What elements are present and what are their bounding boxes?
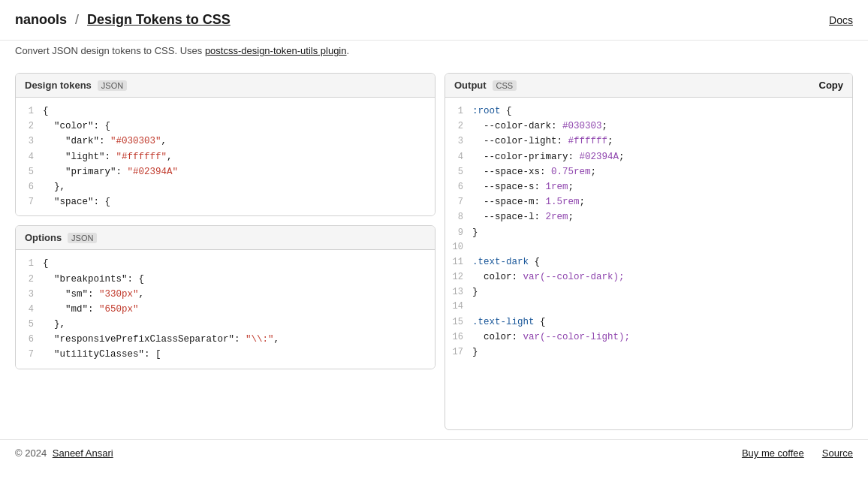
- table-row: 1{: [16, 256, 435, 271]
- table-row: 16 color: var(--color-light);: [445, 330, 852, 345]
- table-row: 11.text-dark {: [445, 255, 852, 270]
- table-row: 5 },: [16, 317, 435, 332]
- table-row: 15.text-light {: [445, 315, 852, 330]
- table-row: 17}: [445, 345, 852, 360]
- output-badge: CSS: [493, 80, 517, 91]
- design-tokens-header: Design tokens JSON: [16, 74, 435, 98]
- options-header: Options JSON: [16, 226, 435, 250]
- output-panel-box: Output CSS Copy 1:root {2 --color-dark: …: [445, 73, 853, 430]
- source-link[interactable]: Source: [822, 447, 853, 459]
- breadcrumb: nanools / Design Tokens to CSS: [15, 12, 231, 28]
- table-row: 7 "space": {: [16, 194, 435, 209]
- table-row: 8 --space-l: 2rem;: [445, 209, 852, 224]
- table-row: 14: [445, 300, 852, 314]
- table-row: 7 "utilityClasses": [: [16, 347, 435, 362]
- table-row: 6 },: [16, 179, 435, 194]
- author-link[interactable]: Saneef Ansari: [53, 447, 113, 459]
- options-editor[interactable]: 1{2 "breakpoints": {3 "sm": "330px",4 "m…: [16, 250, 435, 368]
- options-title: Options: [25, 232, 62, 243]
- design-tokens-panel: Design tokens JSON 1{2 "color": {3 "dark…: [15, 73, 436, 216]
- output-panel: Output CSS Copy 1:root {2 --color-dark: …: [445, 73, 853, 430]
- table-row: 3 "dark": "#030303",: [16, 134, 435, 149]
- footer-links: Buy me coffee Source: [742, 447, 853, 459]
- docs-link[interactable]: Docs: [829, 14, 853, 26]
- table-row: 12 color: var(--color-dark);: [445, 270, 852, 285]
- output-editor[interactable]: 1:root {2 --color-dark: #030303;3 --colo…: [445, 98, 852, 366]
- buy-coffee-link[interactable]: Buy me coffee: [742, 447, 804, 459]
- table-row: 6 --space-s: 1rem;: [445, 179, 852, 194]
- table-row: 5 --space-xs: 0.75rem;: [445, 164, 852, 179]
- table-row: 1{: [16, 104, 435, 119]
- copy-button[interactable]: Copy: [819, 80, 844, 91]
- page-title: Design Tokens to CSS: [87, 12, 231, 27]
- table-row: 7 --space-m: 1.5rem;: [445, 194, 852, 209]
- table-row: 4 "md": "650px": [16, 302, 435, 317]
- design-tokens-title: Design tokens: [25, 80, 92, 91]
- table-row: 1:root {: [445, 104, 852, 119]
- table-row: 5 "primary": "#02394A": [16, 164, 435, 179]
- table-row: 10: [445, 240, 852, 255]
- table-row: 9}: [445, 225, 852, 240]
- brand-link[interactable]: nanools: [15, 12, 67, 27]
- breadcrumb-separator: /: [75, 12, 79, 27]
- table-row: 13}: [445, 285, 852, 300]
- footer-copyright: © 2024 Saneef Ansari: [15, 447, 113, 459]
- table-row: 4 "light": "#ffffff",: [16, 149, 435, 164]
- table-row: 6 "responsivePrefixClassSeparator": "\\:…: [16, 332, 435, 347]
- table-row: 4 --color-primary: #02394A;: [445, 149, 852, 164]
- table-row: 2 "breakpoints": {: [16, 272, 435, 287]
- subtitle: Convert JSON design tokens to CSS. Uses …: [0, 41, 868, 64]
- options-badge: JSON: [68, 233, 97, 243]
- design-tokens-badge: JSON: [98, 80, 127, 91]
- table-row: 3 "sm": "330px",: [16, 287, 435, 302]
- design-tokens-editor[interactable]: 1{2 "color": {3 "dark": "#030303",4 "lig…: [16, 98, 435, 215]
- table-row: 3 --color-light: #ffffff;: [445, 134, 852, 149]
- options-panel: Options JSON 1{2 "breakpoints": {3 "sm":…: [15, 225, 436, 369]
- footer: © 2024 Saneef Ansari Buy me coffee Sourc…: [0, 439, 868, 466]
- left-panel: Design tokens JSON 1{2 "color": {3 "dark…: [15, 73, 436, 430]
- plugin-link[interactable]: postcss-design-token-utils plugin: [205, 45, 347, 56]
- table-row: 2 --color-dark: #030303;: [445, 119, 852, 134]
- table-row: 2 "color": {: [16, 119, 435, 134]
- output-header: Output CSS Copy: [445, 74, 852, 98]
- output-title: Output: [454, 80, 487, 91]
